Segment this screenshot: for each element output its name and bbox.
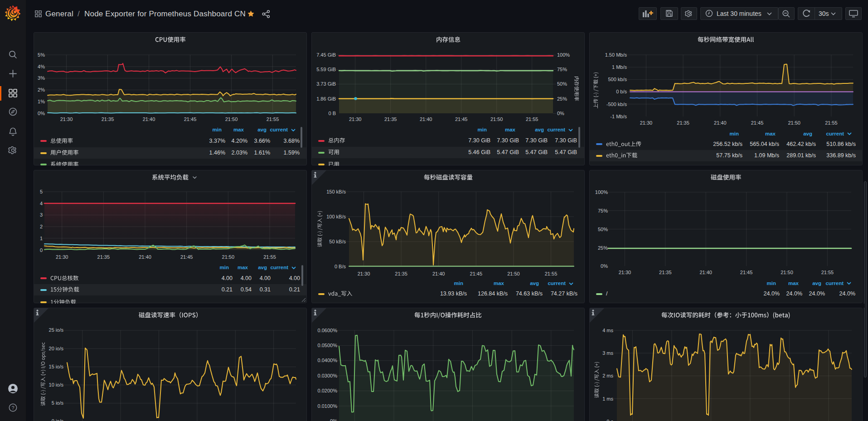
svg-text:?: ? <box>11 405 14 411</box>
